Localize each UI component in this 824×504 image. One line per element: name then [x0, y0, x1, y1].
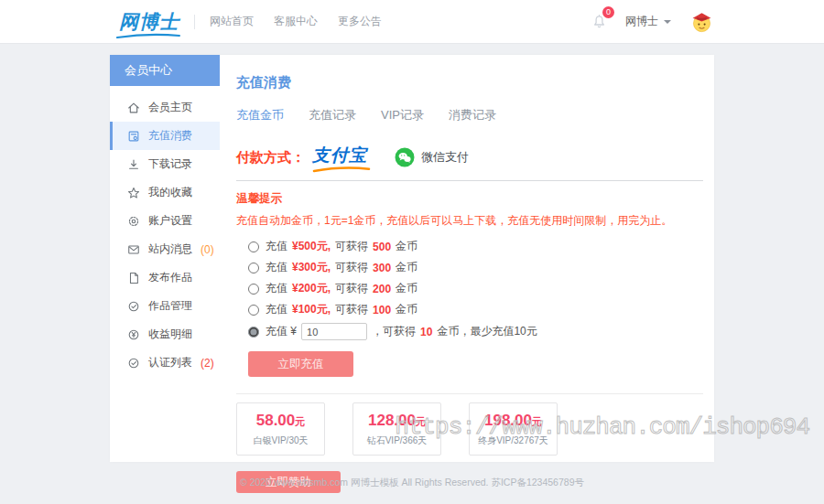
amount-radio-300[interactable] [248, 263, 259, 273]
sidebar-item-downloads[interactable]: 下载记录 [110, 150, 220, 178]
section-divider [236, 393, 703, 394]
amount-option-300[interactable]: 充值 ¥300元, 可获得 300 金币 [248, 260, 703, 275]
vip-price: 198.00元 [470, 412, 557, 430]
star-icon [127, 187, 140, 199]
topbar-right: 0 网博士 [591, 9, 714, 34]
amount-option-100[interactable]: 充值 ¥100元, 可获得 100 金币 [248, 302, 703, 317]
sidebar-item-works[interactable]: 作品管理 [110, 292, 220, 320]
chevron-down-icon [664, 20, 671, 24]
badge-check-icon [127, 357, 140, 370]
topbar-divider [194, 15, 195, 29]
sidebar-item-certification[interactable]: 认证列表(2) [110, 349, 220, 377]
sidebar: 会员中心 会员主页 充值消费 下载记录 我的收藏 [110, 55, 220, 462]
alipay-logo: 支付宝 [312, 145, 367, 165]
user-menu[interactable]: 网博士 [625, 14, 671, 29]
vip-card-diamond[interactable]: 128.00元 钻石VIP/366天 [352, 402, 441, 456]
option-amount: ¥500元, [292, 239, 331, 254]
wechat-label: 微信支付 [421, 149, 469, 166]
option-text: 金币 [396, 302, 417, 317]
recharge-button[interactable]: 立即充值 [248, 351, 353, 377]
yen-circle-icon [127, 328, 140, 341]
amount-radio-100[interactable] [248, 305, 259, 316]
option-coins: 500 [373, 241, 391, 253]
sidebar-item-income[interactable]: 收益明细 [110, 320, 220, 349]
option-coins: 10 [420, 326, 432, 338]
page-title: 充值消费 [236, 74, 703, 91]
amount-option-200[interactable]: 充值 ¥200元, 可获得 200 金币 [248, 281, 703, 296]
avatar-graduate-icon [689, 9, 714, 34]
amount-options: 充值 ¥500元, 可获得 500 金币 充值 ¥300元, 可获得 300 金… [248, 239, 703, 340]
option-text: 可获得 [335, 239, 368, 254]
vip-cards: 58.00元 白银VIP/30天 128.00元 钻石VIP/366天 198.… [236, 402, 703, 456]
sidebar-item-messages[interactable]: 站内消息(0) [110, 235, 220, 263]
tab-recharge-coins[interactable]: 充值金币 [236, 107, 284, 123]
sidebar-item-label: 下载记录 [148, 156, 192, 172]
home-icon [127, 102, 140, 114]
certification-count: (2) [201, 357, 214, 370]
option-text: 充值 [266, 260, 287, 275]
sidebar-item-label: 会员主页 [148, 100, 192, 115]
mail-icon [127, 243, 140, 256]
option-text: 可获得 [335, 260, 368, 275]
option-amount: ¥200元, [292, 281, 331, 296]
option-coins: 200 [373, 283, 391, 295]
sidebar-item-label: 站内消息 [148, 241, 192, 257]
option-text: 可获得 [335, 302, 368, 317]
footer-copyright: © 2020 www.wbsmb.com 网博士模板 All Rights Re… [0, 477, 824, 489]
tab-vip-history[interactable]: VIP记录 [381, 107, 424, 123]
username: 网博士 [625, 14, 658, 29]
option-text: 金币 [396, 260, 417, 275]
top-navigation: 网站首页 客服中心 更多公告 [210, 14, 382, 29]
nav-site-home[interactable]: 网站首页 [210, 14, 254, 29]
sidebar-item-favorites[interactable]: 我的收藏 [110, 178, 220, 207]
tab-spend-history[interactable]: 消费记录 [449, 107, 496, 123]
check-circle-icon [127, 300, 140, 313]
nav-announcements[interactable]: 更多公告 [338, 14, 382, 29]
vip-price: 128.00元 [353, 412, 440, 430]
notification-badge: 0 [602, 6, 614, 18]
amount-radio-200[interactable] [248, 284, 259, 295]
price-unit: 元 [295, 416, 305, 427]
vip-card-lifetime[interactable]: 198.00元 终身VIP/32767天 [469, 402, 558, 456]
option-text: 充值 [266, 239, 287, 254]
sidebar-item-label: 认证列表 [148, 355, 192, 370]
option-text: 充值 [266, 281, 287, 296]
price-unit: 元 [416, 416, 426, 427]
nav-support-center[interactable]: 客服中心 [274, 14, 318, 29]
vip-desc: 白银VIP/30天 [237, 434, 324, 447]
tab-bar: 充值金币 充值记录 VIP记录 消费记录 [236, 107, 703, 123]
gear-icon [127, 215, 140, 228]
option-text: 可获得 [335, 281, 368, 296]
custom-amount-input[interactable] [301, 323, 367, 340]
amount-option-custom[interactable]: 充值 ¥ ，可获得 10 金币，最少充值10元 [248, 323, 703, 340]
sidebar-item-label: 收益明细 [148, 327, 192, 342]
avatar[interactable] [689, 9, 714, 34]
member-panel: 会员中心 会员主页 充值消费 下载记录 我的收藏 [110, 55, 714, 462]
section-divider [236, 180, 703, 181]
option-text: 充值 [266, 302, 287, 317]
logo-underline-icon [115, 33, 181, 39]
option-amount: ¥300元, [292, 260, 331, 275]
sidebar-item-label: 我的收藏 [148, 185, 192, 200]
price-unit: 元 [532, 416, 542, 427]
wechat-option[interactable]: 微信支付 [395, 147, 469, 167]
alipay-option[interactable]: 支付宝 [312, 144, 367, 172]
amount-radio-500[interactable] [248, 241, 259, 252]
sidebar-item-label: 充值消费 [148, 128, 192, 144]
sidebar-item-publish[interactable]: 发布作品 [110, 263, 220, 292]
sidebar-item-home[interactable]: 会员主页 [110, 93, 220, 122]
tab-recharge-history[interactable]: 充值记录 [309, 107, 356, 123]
file-icon [127, 272, 140, 284]
amount-radio-custom[interactable] [248, 327, 259, 338]
price-value: 58.00 [256, 412, 296, 429]
site-logo[interactable]: 网博士 [119, 9, 179, 35]
vip-card-silver[interactable]: 58.00元 白银VIP/30天 [236, 402, 325, 456]
price-value: 198.00 [484, 412, 532, 429]
notifications-button[interactable]: 0 [591, 11, 607, 33]
alipay-swoosh-icon [312, 166, 371, 173]
option-text: 金币，最少充值10元 [437, 324, 537, 339]
sidebar-item-account-settings[interactable]: 账户设置 [110, 207, 220, 235]
amount-option-500[interactable]: 充值 ¥500元, 可获得 500 金币 [248, 239, 703, 254]
sidebar-item-recharge[interactable]: 充值消费 [110, 122, 220, 150]
logo-text: 网博士 [119, 11, 179, 32]
